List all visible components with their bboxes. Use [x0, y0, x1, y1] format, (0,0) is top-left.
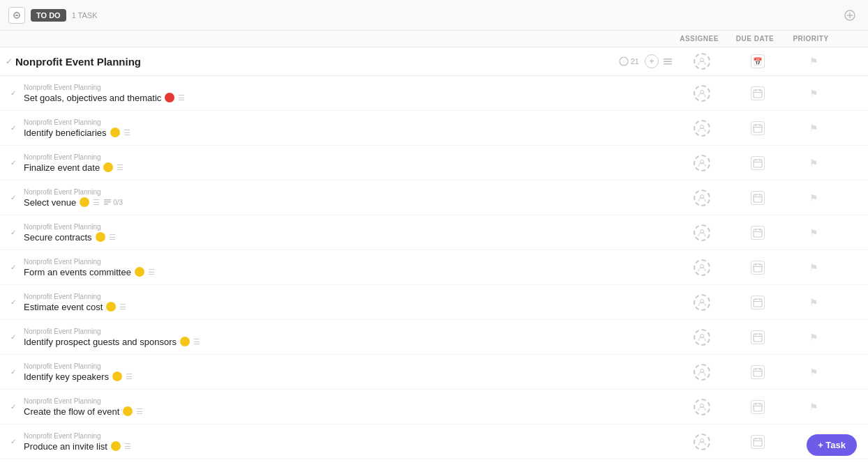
- due-date-cell-5: [730, 226, 786, 240]
- back-button[interactable]: [8, 7, 25, 24]
- due-date-icon-1[interactable]: [751, 86, 765, 100]
- desc-icon-6[interactable]: ☰: [148, 268, 155, 277]
- add-subtask-button[interactable]: +: [645, 54, 659, 68]
- svg-rect-7: [664, 59, 672, 60]
- subtask-badge: 0/3: [103, 198, 123, 206]
- assignee-avatar-10[interactable]: [694, 399, 710, 415]
- priority-cell-4: ⚑: [786, 192, 841, 204]
- task-row: ✓ Nonprofit Event Planning Identify VIPs…: [0, 459, 868, 467]
- task-name-5: Secure contracts ☰: [24, 232, 674, 243]
- desc-icon-11[interactable]: ☰: [124, 442, 131, 451]
- desc-icon-10[interactable]: ☰: [136, 407, 143, 416]
- priority-cell-10: ⚑: [786, 401, 841, 413]
- due-date-icon-5[interactable]: [751, 226, 765, 240]
- priority-flag-10[interactable]: ⚑: [809, 401, 818, 413]
- assignee-avatar-3[interactable]: [694, 155, 710, 171]
- priority-cell-5: ⚑: [786, 227, 841, 238]
- task-check-11[interactable]: ✓: [8, 437, 18, 447]
- desc-icon-4[interactable]: ☰: [93, 198, 100, 207]
- add-task-button[interactable]: + Task: [807, 434, 857, 456]
- desc-icon-9[interactable]: ☰: [126, 372, 133, 381]
- due-date-cell-6: [730, 261, 786, 275]
- task-row: ✓ Nonprofit Event Planning Secure contra…: [0, 215, 868, 250]
- assignee-cell-10: [674, 399, 730, 415]
- task-project-5: Nonprofit Event Planning: [24, 223, 674, 231]
- task-content-6: Nonprofit Event Planning Form an events …: [24, 255, 674, 280]
- priority-flag-9[interactable]: ⚑: [809, 367, 818, 378]
- add-column-button[interactable]: [840, 6, 860, 25]
- assignee-avatar-9[interactable]: [694, 364, 710, 381]
- due-date-icon-11[interactable]: [751, 435, 765, 449]
- task-check-1[interactable]: ✓: [8, 89, 18, 98]
- svg-rect-55: [754, 369, 762, 376]
- task-check-7[interactable]: ✓: [8, 298, 18, 307]
- due-date-icon-10[interactable]: [751, 400, 765, 414]
- section-priority[interactable]: ⚑: [809, 56, 818, 67]
- task-list: ✓ Nonprofit Event Planning Set goals, ob…: [0, 76, 868, 467]
- desc-icon-5[interactable]: ☰: [109, 233, 116, 242]
- assignee-avatar-11[interactable]: [694, 434, 710, 450]
- due-date-icon-2[interactable]: [751, 121, 765, 135]
- priority-flag-8[interactable]: ⚑: [809, 332, 818, 343]
- due-date-icon-9[interactable]: [751, 365, 765, 379]
- desc-icon-7[interactable]: ☰: [119, 303, 126, 312]
- priority-flag-5[interactable]: ⚑: [809, 227, 818, 238]
- priority-flag-7[interactable]: ⚑: [809, 297, 818, 308]
- due-date-cell-4: [730, 191, 786, 205]
- status-indicator-10[interactable]: [123, 406, 133, 416]
- section-due-date[interactable]: 📅: [751, 54, 765, 68]
- desc-icon-1[interactable]: ☰: [178, 93, 185, 102]
- status-indicator-1[interactable]: [165, 93, 174, 102]
- task-project-1: Nonprofit Event Planning: [24, 84, 674, 91]
- status-indicator-6[interactable]: [135, 267, 144, 277]
- priority-flag-1[interactable]: ⚑: [809, 88, 818, 99]
- status-indicator-2[interactable]: [110, 128, 120, 137]
- priority-flag-2[interactable]: ⚑: [809, 123, 818, 134]
- assignee-avatar-6[interactable]: [694, 259, 710, 276]
- assignee-avatar-1[interactable]: [694, 85, 710, 102]
- priority-flag-4[interactable]: ⚑: [809, 192, 818, 204]
- due-date-icon-6[interactable]: [751, 261, 765, 275]
- status-indicator-3[interactable]: [103, 162, 113, 172]
- status-indicator-4[interactable]: [80, 197, 89, 207]
- task-check-9[interactable]: ✓: [8, 367, 18, 377]
- status-indicator-5[interactable]: [96, 232, 105, 242]
- desc-icon-2[interactable]: ☰: [124, 128, 130, 137]
- status-indicator-11[interactable]: [111, 441, 121, 451]
- priority-cell-1: ⚑: [786, 88, 841, 99]
- task-check-3[interactable]: ✓: [8, 158, 18, 168]
- assignee-avatar-5[interactable]: [694, 224, 710, 241]
- task-check-5[interactable]: ✓: [8, 228, 18, 238]
- due-date-icon-3[interactable]: [751, 156, 765, 170]
- status-indicator-8[interactable]: [180, 337, 190, 346]
- section-assignee[interactable]: [694, 53, 710, 70]
- assignee-avatar-7[interactable]: [694, 294, 710, 311]
- status-indicator-9[interactable]: [112, 372, 122, 381]
- task-check-10[interactable]: ✓: [8, 402, 18, 412]
- task-check-6[interactable]: ✓: [8, 263, 18, 273]
- due-date-icon-8[interactable]: [751, 330, 765, 344]
- assignee-avatar-8[interactable]: [694, 329, 710, 346]
- task-content-11: Nonprofit Event Planning Produce an invi…: [24, 429, 674, 454]
- task-check-4[interactable]: ✓: [8, 193, 18, 203]
- priority-flag-3[interactable]: ⚑: [809, 158, 818, 169]
- assignee-column-header: ASSIGNEE: [671, 35, 727, 43]
- desc-icon-8[interactable]: ☰: [193, 337, 200, 346]
- section-check[interactable]: ✓: [6, 56, 13, 66]
- due-date-icon-7[interactable]: [751, 296, 765, 309]
- svg-rect-27: [104, 201, 111, 203]
- assignee-avatar-4[interactable]: [694, 190, 710, 206]
- priority-flag-6[interactable]: ⚑: [809, 262, 818, 273]
- due-date-cell-1: [730, 86, 786, 100]
- assignee-cell-4: [674, 190, 730, 206]
- task-project-8: Nonprofit Event Planning: [24, 328, 674, 335]
- task-check-2[interactable]: ✓: [8, 123, 18, 133]
- status-indicator-7[interactable]: [106, 302, 116, 312]
- section-menu-button[interactable]: [661, 55, 674, 68]
- due-date-cell-10: [730, 400, 786, 414]
- task-check-8[interactable]: ✓: [8, 332, 18, 342]
- assignee-avatar-2[interactable]: [694, 120, 710, 137]
- task-name-10: Create the flow of event ☰: [24, 406, 674, 417]
- due-date-icon-4[interactable]: [751, 191, 765, 205]
- desc-icon-3[interactable]: ☰: [117, 163, 124, 172]
